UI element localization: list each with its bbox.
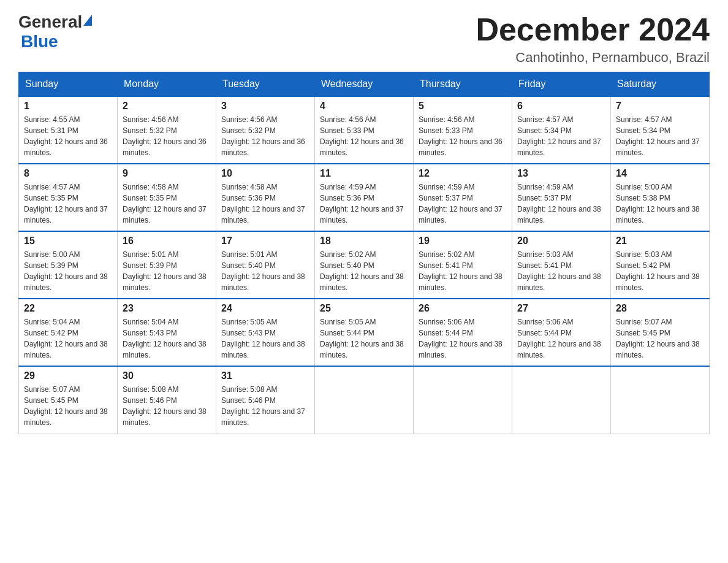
logo: General Blue	[18, 12, 92, 52]
calendar-header-tuesday: Tuesday	[216, 72, 315, 97]
calendar-week-row: 15Sunrise: 5:00 AMSunset: 5:39 PMDayligh…	[19, 231, 710, 299]
day-number: 22	[24, 303, 112, 314]
day-info: Sunrise: 5:08 AMSunset: 5:46 PMDaylight:…	[123, 384, 211, 428]
month-title: December 2024	[476, 12, 710, 47]
day-number: 30	[123, 370, 211, 381]
day-info: Sunrise: 5:05 AMSunset: 5:43 PMDaylight:…	[221, 316, 309, 361]
location-title: Canhotinho, Pernambuco, Brazil	[476, 50, 710, 66]
day-info: Sunrise: 4:58 AMSunset: 5:35 PMDaylight:…	[123, 182, 211, 226]
day-info: Sunrise: 4:59 AMSunset: 5:37 PMDaylight:…	[419, 182, 507, 226]
calendar-cell: 17Sunrise: 5:01 AMSunset: 5:40 PMDayligh…	[216, 231, 315, 299]
calendar-cell: 24Sunrise: 5:05 AMSunset: 5:43 PMDayligh…	[216, 299, 315, 366]
day-info: Sunrise: 4:57 AMSunset: 5:34 PMDaylight:…	[616, 114, 704, 158]
calendar-cell: 3Sunrise: 4:56 AMSunset: 5:32 PMDaylight…	[216, 96, 315, 164]
day-number: 15	[24, 236, 112, 247]
day-number: 3	[221, 101, 309, 112]
day-number: 7	[616, 101, 704, 112]
day-info: Sunrise: 5:07 AMSunset: 5:45 PMDaylight:…	[24, 384, 112, 428]
day-number: 13	[517, 168, 605, 179]
day-number: 16	[123, 236, 211, 247]
calendar-cell: 10Sunrise: 4:58 AMSunset: 5:36 PMDayligh…	[216, 164, 315, 231]
day-number: 29	[24, 370, 112, 381]
calendar-cell: 11Sunrise: 4:59 AMSunset: 5:36 PMDayligh…	[315, 164, 414, 231]
day-number: 4	[320, 101, 408, 112]
calendar-cell: 25Sunrise: 5:05 AMSunset: 5:44 PMDayligh…	[315, 299, 414, 366]
calendar-header-thursday: Thursday	[414, 72, 512, 97]
day-number: 5	[419, 101, 507, 112]
day-info: Sunrise: 5:03 AMSunset: 5:41 PMDaylight:…	[517, 249, 605, 293]
day-info: Sunrise: 5:01 AMSunset: 5:39 PMDaylight:…	[123, 249, 211, 293]
calendar-cell: 15Sunrise: 5:00 AMSunset: 5:39 PMDayligh…	[19, 231, 118, 299]
calendar-cell: 4Sunrise: 4:56 AMSunset: 5:33 PMDaylight…	[315, 96, 414, 164]
day-info: Sunrise: 5:04 AMSunset: 5:43 PMDaylight:…	[123, 316, 211, 361]
calendar-week-row: 1Sunrise: 4:55 AMSunset: 5:31 PMDaylight…	[19, 96, 710, 164]
day-number: 12	[419, 168, 507, 179]
calendar-cell: 16Sunrise: 5:01 AMSunset: 5:39 PMDayligh…	[118, 231, 216, 299]
day-number: 6	[517, 101, 605, 112]
day-info: Sunrise: 5:01 AMSunset: 5:40 PMDaylight:…	[221, 249, 309, 293]
day-number: 2	[123, 101, 211, 112]
calendar-cell: 22Sunrise: 5:04 AMSunset: 5:42 PMDayligh…	[19, 299, 118, 366]
calendar-cell: 1Sunrise: 4:55 AMSunset: 5:31 PMDaylight…	[19, 96, 118, 164]
calendar-table: SundayMondayTuesdayWednesdayThursdayFrid…	[18, 72, 710, 434]
calendar-header-monday: Monday	[118, 72, 216, 97]
day-info: Sunrise: 5:07 AMSunset: 5:45 PMDaylight:…	[616, 316, 704, 361]
page-header: General Blue December 2024 Canhotinho, P…	[18, 12, 710, 66]
day-info: Sunrise: 5:02 AMSunset: 5:40 PMDaylight:…	[320, 249, 408, 293]
calendar-cell	[315, 366, 414, 434]
calendar-cell	[611, 366, 710, 434]
day-info: Sunrise: 4:56 AMSunset: 5:33 PMDaylight:…	[419, 114, 507, 158]
day-number: 24	[221, 303, 309, 314]
calendar-week-row: 22Sunrise: 5:04 AMSunset: 5:42 PMDayligh…	[19, 299, 710, 366]
calendar-week-row: 8Sunrise: 4:57 AMSunset: 5:35 PMDaylight…	[19, 164, 710, 231]
day-number: 21	[616, 236, 704, 247]
day-info: Sunrise: 4:56 AMSunset: 5:32 PMDaylight:…	[123, 114, 211, 158]
calendar-cell: 13Sunrise: 4:59 AMSunset: 5:37 PMDayligh…	[512, 164, 611, 231]
day-number: 11	[320, 168, 408, 179]
calendar-cell	[512, 366, 611, 434]
calendar-cell: 20Sunrise: 5:03 AMSunset: 5:41 PMDayligh…	[512, 231, 611, 299]
calendar-cell: 2Sunrise: 4:56 AMSunset: 5:32 PMDaylight…	[118, 96, 216, 164]
day-info: Sunrise: 5:06 AMSunset: 5:44 PMDaylight:…	[419, 316, 507, 361]
calendar-cell: 30Sunrise: 5:08 AMSunset: 5:46 PMDayligh…	[118, 366, 216, 434]
calendar-cell: 12Sunrise: 4:59 AMSunset: 5:37 PMDayligh…	[414, 164, 512, 231]
calendar-header-friday: Friday	[512, 72, 611, 97]
calendar-cell: 5Sunrise: 4:56 AMSunset: 5:33 PMDaylight…	[414, 96, 512, 164]
day-number: 25	[320, 303, 408, 314]
day-number: 31	[221, 370, 309, 381]
calendar-cell: 9Sunrise: 4:58 AMSunset: 5:35 PMDaylight…	[118, 164, 216, 231]
day-number: 23	[123, 303, 211, 314]
calendar-cell: 27Sunrise: 5:06 AMSunset: 5:44 PMDayligh…	[512, 299, 611, 366]
calendar-week-row: 29Sunrise: 5:07 AMSunset: 5:45 PMDayligh…	[19, 366, 710, 434]
day-number: 27	[517, 303, 605, 314]
day-number: 9	[123, 168, 211, 179]
logo-general-text: General	[18, 12, 82, 32]
day-number: 10	[221, 168, 309, 179]
day-number: 14	[616, 168, 704, 179]
calendar-cell: 31Sunrise: 5:08 AMSunset: 5:46 PMDayligh…	[216, 366, 315, 434]
calendar-header-sunday: Sunday	[19, 72, 118, 97]
calendar-cell: 14Sunrise: 5:00 AMSunset: 5:38 PMDayligh…	[611, 164, 710, 231]
day-number: 18	[320, 236, 408, 247]
calendar-cell: 6Sunrise: 4:57 AMSunset: 5:34 PMDaylight…	[512, 96, 611, 164]
calendar-header-row: SundayMondayTuesdayWednesdayThursdayFrid…	[19, 72, 710, 97]
day-info: Sunrise: 4:59 AMSunset: 5:37 PMDaylight:…	[517, 182, 605, 226]
day-number: 1	[24, 101, 112, 112]
day-info: Sunrise: 5:02 AMSunset: 5:41 PMDaylight:…	[419, 249, 507, 293]
calendar-cell: 7Sunrise: 4:57 AMSunset: 5:34 PMDaylight…	[611, 96, 710, 164]
calendar-cell: 23Sunrise: 5:04 AMSunset: 5:43 PMDayligh…	[118, 299, 216, 366]
day-info: Sunrise: 5:00 AMSunset: 5:39 PMDaylight:…	[24, 249, 112, 293]
calendar-cell: 29Sunrise: 5:07 AMSunset: 5:45 PMDayligh…	[19, 366, 118, 434]
day-number: 26	[419, 303, 507, 314]
day-number: 19	[419, 236, 507, 247]
calendar-cell: 21Sunrise: 5:03 AMSunset: 5:42 PMDayligh…	[611, 231, 710, 299]
day-number: 20	[517, 236, 605, 247]
day-info: Sunrise: 5:04 AMSunset: 5:42 PMDaylight:…	[24, 316, 112, 361]
day-info: Sunrise: 4:59 AMSunset: 5:36 PMDaylight:…	[320, 182, 408, 226]
day-info: Sunrise: 5:00 AMSunset: 5:38 PMDaylight:…	[616, 182, 704, 226]
calendar-cell	[414, 366, 512, 434]
day-info: Sunrise: 4:57 AMSunset: 5:34 PMDaylight:…	[517, 114, 605, 158]
calendar-cell: 28Sunrise: 5:07 AMSunset: 5:45 PMDayligh…	[611, 299, 710, 366]
day-info: Sunrise: 5:08 AMSunset: 5:46 PMDaylight:…	[221, 384, 309, 428]
title-block: December 2024 Canhotinho, Pernambuco, Br…	[476, 12, 710, 66]
